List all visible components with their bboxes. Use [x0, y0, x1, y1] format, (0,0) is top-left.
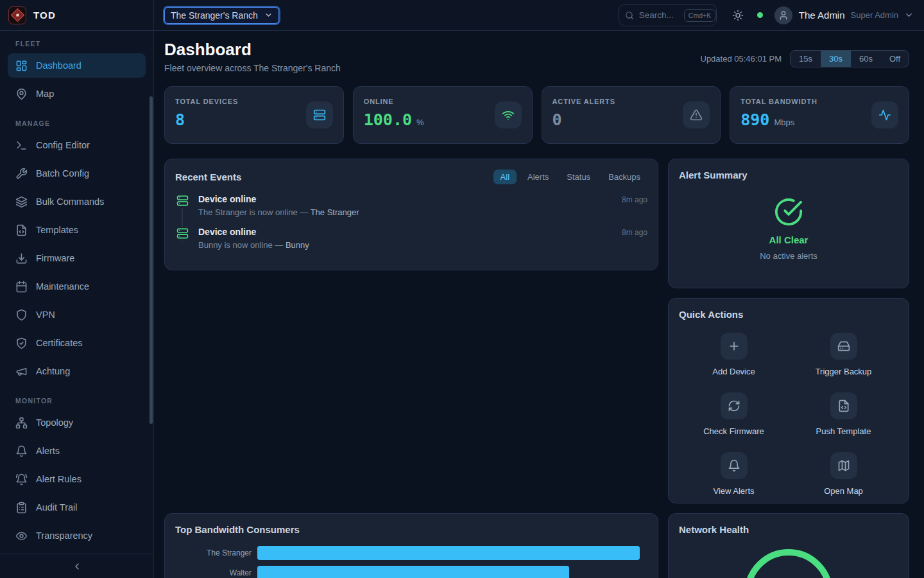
tab-all[interactable]: All — [493, 170, 517, 184]
bandwidth-bar-row: The Stranger — [175, 546, 647, 560]
section-label-monitor: MONITOR — [15, 397, 146, 405]
open-map-button[interactable]: Open Map — [789, 452, 898, 496]
sidebar-item-config-editor[interactable]: Config Editor — [8, 133, 146, 157]
theme-toggle-button[interactable] — [732, 10, 744, 21]
tab-backups[interactable]: Backups — [601, 170, 647, 184]
bandwidth-panel-title: Top Bandwidth Consumers — [175, 524, 300, 535]
sidebar-item-label: Achtung — [36, 366, 70, 376]
sidebar-item-firmware[interactable]: Firmware — [8, 246, 146, 270]
stat-card-active-alerts: ACTIVE ALERTS 0 — [542, 86, 721, 144]
health-gauge-ring: 100 — [744, 549, 833, 578]
app-root: TOD FLEET Dashboard Map MANAGE — [0, 0, 924, 578]
search-input[interactable] — [639, 10, 679, 20]
add-device-button[interactable]: Add Device — [679, 333, 789, 376]
event-filter-tabs: All Alerts Status Backups — [493, 170, 647, 184]
refresh-60s-button[interactable]: 60s — [851, 51, 881, 67]
check-firmware-button[interactable]: Check Firmware — [679, 392, 789, 436]
user-role-badge: Super Admin — [851, 10, 898, 20]
sidebar-item-vpn[interactable]: VPN — [8, 302, 146, 327]
terminal-icon — [15, 139, 28, 152]
alert-summary-panel: Alert Summary All Clear No active alerts — [668, 159, 909, 288]
view-alerts-button[interactable]: View Alerts — [679, 452, 789, 496]
quick-action-label: Trigger Backup — [816, 367, 872, 376]
tab-alerts[interactable]: Alerts — [520, 170, 556, 184]
user-avatar[interactable] — [774, 6, 792, 24]
collapse-sidebar-button[interactable] — [0, 554, 153, 578]
server-online-icon — [175, 194, 189, 208]
sidebar-item-label: Alert Rules — [36, 474, 81, 484]
sidebar-item-label: Transparency — [36, 530, 92, 541]
check-circle-icon — [774, 197, 803, 227]
shield-icon — [15, 309, 28, 321]
site-selector-value: The Stranger's Ranch — [171, 10, 258, 21]
alert-triangle-icon — [683, 101, 710, 128]
refresh-icon — [721, 392, 748, 419]
sidebar-item-alert-rules[interactable]: Alert Rules — [8, 467, 146, 491]
sidebar-item-batch-config[interactable]: Batch Config — [8, 161, 146, 186]
layers-icon — [15, 196, 28, 208]
refresh-15s-button[interactable]: 15s — [791, 51, 821, 67]
recent-events-panel: Recent Events All Alerts Status Backups — [164, 159, 658, 270]
eye-icon — [15, 530, 28, 542]
sidebar: TOD FLEET Dashboard Map MANAGE — [0, 0, 154, 578]
activity-icon — [871, 101, 898, 128]
file-code-icon — [15, 224, 28, 236]
stat-unit: Mbps — [774, 118, 794, 127]
sidebar-item-transparency[interactable]: Transparency — [8, 523, 146, 548]
map-pin-icon — [15, 88, 28, 100]
sidebar-item-templates[interactable]: Templates — [8, 218, 146, 242]
brand-logo-icon — [8, 6, 26, 24]
sidebar-item-topology[interactable]: Topology — [8, 410, 146, 435]
download-icon — [15, 252, 28, 265]
event-title: Device online — [198, 194, 256, 204]
recent-events-title: Recent Events — [175, 171, 241, 182]
user-name: The Admin — [799, 10, 845, 21]
push-template-button[interactable]: Push Template — [789, 392, 898, 436]
bell-ring-icon — [15, 473, 28, 486]
tab-status[interactable]: Status — [560, 170, 597, 184]
sidebar-item-map[interactable]: Map — [8, 82, 146, 106]
site-selector[interactable]: The Stranger's Ranch — [164, 7, 279, 24]
sidebar-item-label: Topology — [36, 417, 73, 428]
brand-name: TOD — [33, 10, 56, 21]
quick-actions-title: Quick Actions — [679, 309, 743, 320]
event-description: The Stranger is now online — The Strange… — [198, 207, 647, 217]
topbar: The Stranger's Ranch Cmd+K — [154, 0, 924, 31]
event-list: Device online 8m ago The Stranger is now… — [175, 194, 647, 250]
server-icon — [306, 101, 333, 128]
bell-icon — [721, 452, 748, 479]
sidebar-item-label: Maintenance — [36, 281, 89, 292]
trigger-backup-button[interactable]: Trigger Backup — [789, 333, 898, 376]
refresh-30s-button[interactable]: 30s — [821, 51, 851, 67]
sidebar-item-label: Audit Trail — [36, 502, 77, 512]
refresh-interval-group: 15s 30s 60s Off — [790, 50, 909, 67]
sidebar-item-maintenance[interactable]: Maintenance — [8, 274, 146, 299]
section-label-manage: MANAGE — [15, 119, 146, 127]
chevron-left-icon — [72, 561, 82, 572]
page-subtitle: Fleet overview across The Stranger's Ran… — [164, 63, 341, 73]
megaphone-icon — [15, 365, 28, 378]
network-health-panel: Network Health 100 — [668, 513, 909, 578]
event-item[interactable]: Device online 8m ago The Stranger is now… — [175, 194, 647, 217]
stat-cards-row: TOTAL DEVICES 8 ONLINE 100.0 % — [164, 86, 909, 144]
sidebar-item-audit-trail[interactable]: Audit Trail — [8, 495, 146, 520]
sidebar-item-alerts[interactable]: Alerts — [8, 439, 146, 463]
sidebar-scrollbar[interactable] — [150, 96, 153, 424]
bandwidth-bar-chart: The Stranger Walter — [175, 546, 647, 578]
quick-action-label: View Alerts — [713, 486, 754, 496]
event-item[interactable]: Device online 8m ago Bunny is now online… — [175, 227, 647, 250]
sidebar-item-dashboard[interactable]: Dashboard — [8, 53, 146, 78]
sidebar-item-bulk-commands[interactable]: Bulk Commands — [8, 189, 146, 214]
alert-summary-title: Alert Summary — [679, 170, 898, 180]
sidebar-item-label: Batch Config — [36, 168, 89, 179]
network-icon — [15, 417, 28, 429]
search-input-wrapper[interactable]: Cmd+K — [619, 4, 717, 26]
user-icon — [778, 10, 789, 21]
user-menu-chevron-icon[interactable] — [904, 10, 914, 20]
sidebar-item-certificates[interactable]: Certificates — [8, 331, 146, 355]
event-device-name: Bunny — [286, 240, 309, 250]
refresh-off-button[interactable]: Off — [881, 51, 909, 67]
dashboard-content: Dashboard Fleet overview across The Stra… — [154, 31, 924, 578]
sidebar-item-achtung[interactable]: Achtung — [8, 359, 146, 383]
bandwidth-bar — [257, 546, 640, 560]
